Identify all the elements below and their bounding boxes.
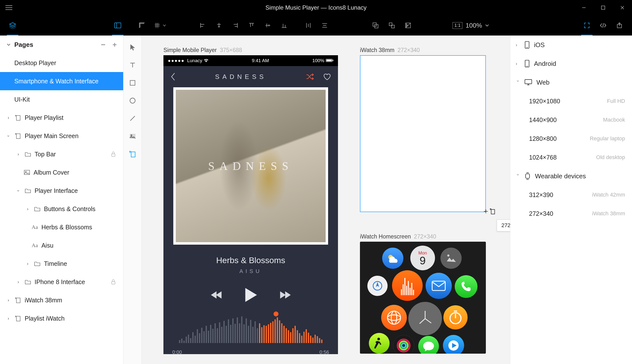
preset-android[interactable]: › Android xyxy=(510,54,632,73)
layer-player-playlist[interactable]: › Player Playlist xyxy=(0,108,123,127)
oval-tool-icon[interactable] xyxy=(123,92,142,109)
artboard-label-iwatch[interactable]: iWatch 38mm 272×340 xyxy=(360,47,420,54)
activity-app-icon[interactable] xyxy=(369,333,390,354)
layers-tab-icon[interactable] xyxy=(5,15,21,36)
layer-album-cover[interactable]: Album Cover xyxy=(0,163,123,182)
pages-header[interactable]: Pages − + xyxy=(0,36,123,54)
play-app-icon[interactable] xyxy=(443,335,464,354)
preset-web-1[interactable]: 1920×1080Full HD xyxy=(510,92,632,110)
group-icon[interactable] xyxy=(367,15,384,36)
rings-app-icon[interactable] xyxy=(393,335,414,354)
clock-app-icon[interactable] xyxy=(408,302,442,336)
time-start: 0:00 xyxy=(172,350,182,355)
align-middle-icon[interactable] xyxy=(260,15,276,36)
resize-cursor-icon xyxy=(483,208,495,214)
preset-wearable[interactable]: › Wearable devices xyxy=(510,167,632,186)
remove-page-button[interactable]: − xyxy=(101,43,106,46)
maps-app-icon[interactable] xyxy=(367,276,388,296)
code-icon[interactable] xyxy=(595,15,611,36)
layer-playlist-iwatch[interactable]: › Playlist iWatch xyxy=(0,309,123,328)
waveform[interactable] xyxy=(163,314,338,343)
ungroup-icon[interactable] xyxy=(384,15,400,36)
zoom-dropdown[interactable]: 100% xyxy=(466,22,489,29)
align-center-h-icon[interactable] xyxy=(211,15,227,36)
mail-app-icon[interactable] xyxy=(426,273,452,299)
play-icon[interactable] xyxy=(243,287,258,303)
layer-player-main[interactable]: › Player Main Screen xyxy=(0,127,123,145)
svg-line-40 xyxy=(603,23,604,28)
rectangle-tool-icon[interactable] xyxy=(123,74,142,91)
layer-text-aisu[interactable]: Aa Aisu xyxy=(0,236,123,254)
weather-app-icon[interactable] xyxy=(382,248,403,269)
phone-app-icon[interactable] xyxy=(455,275,477,298)
preset-wearable-2[interactable]: 272×340iWatch 38mm xyxy=(510,204,632,223)
page-item-smartphone[interactable]: Smartphone & Watch Interface xyxy=(0,72,123,90)
phone-artboard[interactable]: ●●●●● Lunacy 9:41 AM 100% SADNESS SADNES… xyxy=(163,55,338,354)
align-top-icon[interactable] xyxy=(243,15,260,36)
safari-app-icon[interactable] xyxy=(381,305,407,330)
right-panel: › iOS › Android › Web 1920×1080Full HD 1… xyxy=(510,36,632,364)
minimize-button[interactable] xyxy=(574,0,593,15)
align-left-icon[interactable] xyxy=(195,15,211,36)
shuffle-icon[interactable] xyxy=(306,73,314,80)
select-tool-icon[interactable] xyxy=(123,39,142,56)
back-icon[interactable] xyxy=(170,72,176,81)
artboard-icon xyxy=(15,133,21,139)
artboard-label-phone[interactable]: Simple Mobile Player 375×688 xyxy=(163,47,242,54)
svg-rect-46 xyxy=(17,134,20,138)
iwatch-home-artboard[interactable]: Mon 9 xyxy=(360,242,486,354)
ruler-icon[interactable] xyxy=(134,15,150,36)
svg-point-99 xyxy=(401,343,406,348)
page-item-desktop[interactable]: Desktop Player xyxy=(0,54,123,72)
preset-wearable-1[interactable]: 312×390iWatch 42mm xyxy=(510,186,632,204)
align-right-icon[interactable] xyxy=(227,15,243,36)
next-icon[interactable] xyxy=(279,291,291,299)
export-icon[interactable] xyxy=(611,15,627,36)
align-bottom-icon[interactable] xyxy=(276,15,292,36)
menu-button[interactable] xyxy=(0,0,18,15)
line-tool-icon[interactable] xyxy=(123,110,142,127)
one-to-one-icon[interactable]: 1:1 xyxy=(451,15,464,36)
distribute-v-icon[interactable] xyxy=(317,15,333,36)
grid-icon[interactable] xyxy=(150,15,170,36)
stopwatch-app-icon[interactable] xyxy=(443,305,468,330)
mask-icon[interactable] xyxy=(400,15,416,36)
iwatch-artboard[interactable] xyxy=(360,55,486,212)
artboard-tool-icon[interactable] xyxy=(123,146,142,162)
photos-app-icon[interactable] xyxy=(440,248,462,269)
artboard-label-iwatch-home[interactable]: iWatch Homescreen 272×340 xyxy=(360,233,436,240)
layer-player-interface[interactable]: › Player Interface xyxy=(0,182,123,200)
distribute-h-icon[interactable] xyxy=(300,15,317,36)
maximize-button[interactable] xyxy=(593,0,613,15)
page-item-uikit[interactable]: UI-Kit xyxy=(0,90,123,108)
messages-app-icon[interactable] xyxy=(418,336,439,354)
preset-web-3[interactable]: 1280×800Regular laptop xyxy=(510,129,632,148)
layer-iwatch38[interactable]: › iWatch 38mm xyxy=(0,291,123,309)
music-app-icon[interactable] xyxy=(392,270,423,301)
layer-buttons-controls[interactable]: › Buttons & Controls xyxy=(0,200,123,218)
expand-icon[interactable] xyxy=(579,15,595,36)
preset-web[interactable]: › Web xyxy=(510,73,632,92)
heart-icon[interactable] xyxy=(323,73,331,80)
calendar-app-icon[interactable]: Mon 9 xyxy=(410,246,435,270)
preset-web-2[interactable]: 1440×900Macbook xyxy=(510,110,632,129)
layer-text-herbs[interactable]: Aa Herbs & Blossoms xyxy=(0,218,123,236)
svg-rect-70 xyxy=(326,60,332,62)
player-nav: SADNESS xyxy=(163,66,338,87)
canvas[interactable]: Simple Mobile Player 375×688 ●●●●● Lunac… xyxy=(142,36,510,364)
prev-icon[interactable] xyxy=(211,291,222,299)
preset-web-4[interactable]: 1024×768Old desktop xyxy=(510,148,632,167)
artboard-icon xyxy=(15,315,21,322)
layer-timeline[interactable]: › Timeline xyxy=(0,254,123,273)
text-tool-icon[interactable] xyxy=(123,57,142,74)
add-page-button[interactable]: + xyxy=(112,43,117,46)
panel-toggle-icon[interactable] xyxy=(110,15,126,36)
image-tool-icon[interactable] xyxy=(123,128,142,144)
preset-ios[interactable]: › iOS xyxy=(510,36,632,54)
album-cover[interactable]: SADNESS xyxy=(173,87,328,245)
artboard-icon xyxy=(15,297,21,303)
layer-iphone8[interactable]: › IPhone 8 Interface xyxy=(0,273,123,291)
layer-top-bar[interactable]: › Top Bar xyxy=(0,145,123,163)
close-button[interactable] xyxy=(613,0,632,15)
playhead-knob[interactable] xyxy=(273,312,278,316)
